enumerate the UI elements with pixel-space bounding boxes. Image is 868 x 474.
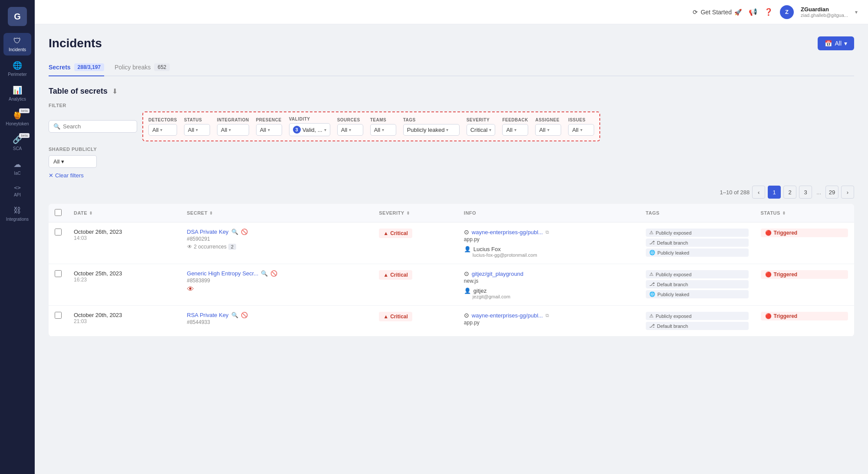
get-started-button[interactable]: ⟳ Get Started 🚀 [693,9,742,16]
filter-tags-select[interactable]: Publicly leaked ▾ [403,124,460,136]
sort-icon: ⬍ [89,211,93,216]
filter-row: 🔍 DETECTORS All ▾ STATUS [49,111,854,141]
repo-link[interactable]: ⊙ wayne-enterprises-gg/publ... ⧉ [464,229,634,235]
table-header: Table of secrets ⬇ [49,87,854,96]
col-secret[interactable]: SECRET⬍ [187,210,367,216]
pagination-page-1[interactable]: 1 [768,186,781,199]
secret-occurrences: 👁 2 occurrences 2 [187,244,367,250]
user-email: jezgit@gmail.com [473,294,634,299]
filter-sources-select[interactable]: All ▾ [337,124,363,136]
info-cell: ⊙ wayne-enterprises-gg/publ... ⧉ app.py [458,306,640,337]
repo-link[interactable]: ⊙ wayne-enterprises-gg/publ... ⧉ [464,312,634,319]
copy-icon[interactable]: ⧉ [546,229,549,235]
sidebar: G 🛡 Incidents 🌐 Perimeter 📊 Analytics be… [0,0,35,474]
pagination-page-2[interactable]: 2 [783,186,796,199]
notifications-icon[interactable]: 📢 [749,8,757,16]
pagination-next[interactable]: › [841,186,854,199]
all-button-label: All [835,40,842,47]
filter-status-select[interactable]: All ▾ [184,124,210,136]
shared-publicly-value: All [53,158,59,165]
chevron-down-icon: ▾ [514,127,516,132]
topbar: ⟳ Get Started 🚀 📢 ❓ Z ZGuardian ziad.gha… [35,0,868,24]
filter-issues-value: All [572,127,578,133]
tab-policy-breaks[interactable]: Policy breaks 652 [115,59,170,76]
secret-cell: DSA Private Key 🔍 🚫 #8590291 👁 2 occurre… [181,222,373,264]
all-button-chevron: ▾ [844,40,847,47]
filter-group-teams: TEAMS All ▾ [370,118,396,136]
row-checkbox[interactable] [55,229,62,235]
sidebar-item-iac[interactable]: ☁ IaC [3,156,31,179]
filter-severity-select[interactable]: Critical ▾ [467,124,496,136]
copy-icon[interactable]: ⧉ [546,313,549,318]
filter-integration-select[interactable]: All ▾ [217,124,249,136]
filter-teams-select[interactable]: All ▾ [370,124,396,136]
search-icon[interactable]: 🔍 [231,312,238,318]
sidebar-item-honeytoken[interactable]: beta 🍯 Honeytoken [3,107,31,130]
tab-secrets[interactable]: Secrets 288/3,197 [49,59,104,76]
row-checkbox[interactable] [55,270,62,277]
block-icon[interactable]: 🚫 [241,312,248,318]
row-checkbox[interactable] [55,312,62,319]
search-icon[interactable]: 🔍 [231,229,238,235]
sidebar-item-label: API [14,193,21,197]
sidebar-item-incidents[interactable]: 🛡 Incidents [3,33,31,56]
warning-icon: ⚠ [649,230,654,235]
search-box[interactable]: 🔍 [49,120,137,133]
chevron-down-icon: ▾ [268,127,270,132]
pagination-page-last[interactable]: 29 [825,186,838,199]
status-cell: 🔴 Triggered [755,222,854,264]
chevron-down-icon: ▾ [580,127,582,132]
sidebar-item-api[interactable]: <> API [3,181,31,201]
pagination-prev[interactable]: ‹ [752,186,765,199]
block-icon[interactable]: 🚫 [241,229,248,235]
shared-publicly-label: SHARED PUBLICLY [49,147,97,152]
all-button[interactable]: 📅 All ▾ [818,36,854,50]
chevron-down-icon: ▾ [324,127,326,132]
col-severity[interactable]: SEVERITY⬍ [379,210,452,216]
chevron-down-icon: ▾ [229,127,231,132]
search-input[interactable] [63,123,132,130]
filter-presence-select[interactable]: All ▾ [256,124,282,136]
repo-link[interactable]: ⊙ gitjez/git_playground [464,270,634,277]
sidebar-item-sca[interactable]: beta 🔗 SCA [3,131,31,154]
shared-publicly-group: SHARED PUBLICLY All ▾ [49,147,97,168]
filter-tags-value: Publicly leaked [407,127,445,133]
user-info: 👤 gitjez [464,288,634,294]
select-all-checkbox[interactable] [55,209,62,216]
help-icon[interactable]: ❓ [764,8,773,16]
filter-detectors-select[interactable]: All ▾ [148,124,177,136]
filter-feedback-select[interactable]: All ▾ [502,124,528,136]
page-title: Incidents [49,36,102,50]
secret-name-link[interactable]: RSA Private Key [187,312,229,318]
col-status[interactable]: STATUS⬍ [761,210,848,216]
filter-issues-select[interactable]: All ▾ [568,124,594,136]
filter-group-sources: SOURCES All ▾ [337,118,363,136]
filter-validity-select[interactable]: 3 Valid, ... ▾ [289,123,330,136]
pagination-page-3[interactable]: 3 [799,186,812,199]
shared-publicly-select[interactable]: All ▾ [49,155,97,168]
date-value: October 20th, 2023 [74,312,175,318]
filter-detectors-value: All [152,127,158,133]
severity-badge: ▲ Critical [379,312,412,321]
sidebar-item-analytics[interactable]: 📊 Analytics [3,82,31,105]
clear-filters-button[interactable]: ✕ Clear filters [49,172,854,179]
search-icon[interactable]: 🔍 [261,270,268,277]
download-icon[interactable]: ⬇ [112,87,118,95]
eye-red-icon[interactable]: 👁 [187,285,194,293]
secret-name-link[interactable]: Generic High Entropy Secr... [187,270,259,277]
filter-assignee-select[interactable]: All ▾ [535,124,561,136]
user-info[interactable]: ZGuardian ziad.ghalleb@gitgua... [801,6,848,18]
user-name: Lucius Fox [473,246,501,252]
sidebar-item-integrations[interactable]: ⛓ Integrations [3,203,31,225]
secret-name-link[interactable]: DSA Private Key [187,229,229,235]
user-icon: 👤 [464,288,471,294]
time-value: 14:03 [74,235,175,241]
alert-icon: 🔴 [765,313,772,319]
block-icon[interactable]: 🚫 [270,270,277,277]
user-menu-chevron[interactable]: ▾ [855,9,858,15]
validity-count-badge: 3 [293,126,301,134]
col-date[interactable]: DATE⬍ [74,210,175,216]
status-list: 🔴 Triggered [761,229,848,237]
secret-cell: RSA Private Key 🔍 🚫 #8544933 [181,306,373,337]
sidebar-item-perimeter[interactable]: 🌐 Perimeter [3,57,31,80]
